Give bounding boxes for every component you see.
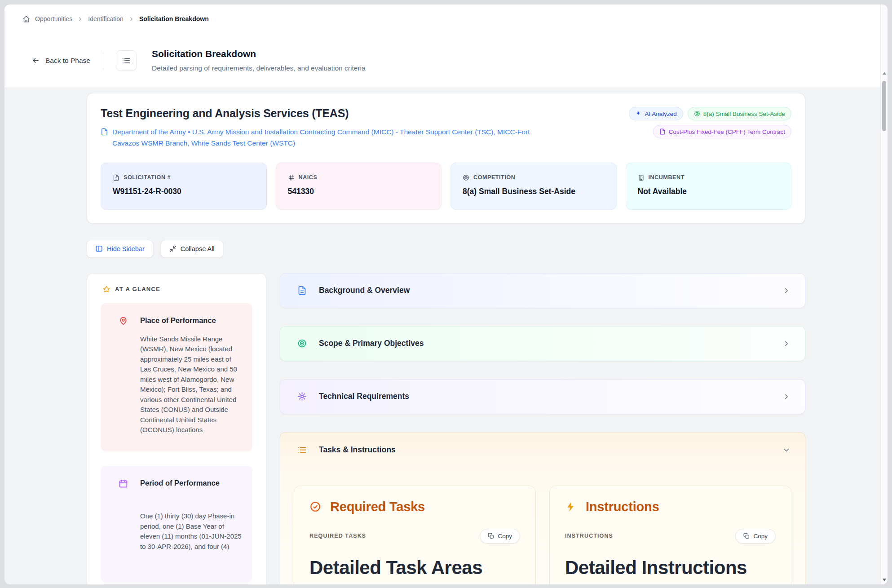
at-a-glance-header: AT A GLANCE xyxy=(101,285,252,303)
stat-naics: NAICS 541330 xyxy=(276,163,442,210)
required-tasks-label: REQUIRED TASKS xyxy=(309,533,366,539)
arrow-left-icon xyxy=(31,56,40,65)
hash-icon xyxy=(288,174,295,181)
collapse-icon xyxy=(169,245,177,252)
at-a-glance-label: AT A GLANCE xyxy=(115,286,160,292)
main-content: Test Engineering and Analysis Services (… xyxy=(4,88,888,584)
instructions-content-heading: Detailed Instructions xyxy=(565,557,776,579)
view-toolbar: Hide Sidebar Collapse All xyxy=(87,240,805,258)
target-icon xyxy=(297,339,307,348)
chevron-right-icon xyxy=(782,287,790,295)
copy-icon xyxy=(488,533,494,539)
solicitation-title: Test Engineering and Analysis Services (… xyxy=(101,107,554,120)
breadcrumb: Opportunities Identification Solicitatio… xyxy=(4,4,888,33)
badge-ai-analyzed: AI Analyzed xyxy=(629,107,683,120)
section-title: Tasks & Instructions xyxy=(319,445,396,455)
home-icon[interactable] xyxy=(22,15,30,23)
tasks-instructions-content: Required Tasks REQUIRED TASKS Copy xyxy=(280,468,805,584)
scrollbar-thumb[interactable] xyxy=(882,81,886,131)
page-subtitle: Detailed parsing of requirements, delive… xyxy=(152,64,366,72)
gear-icon xyxy=(297,392,307,401)
stat-value: 541330 xyxy=(288,187,430,196)
chevron-right-icon xyxy=(77,16,83,22)
list-icon xyxy=(297,445,307,455)
sparkles-icon xyxy=(635,111,641,117)
place-of-performance-card: Place of Performance White Sands Missile… xyxy=(101,303,252,451)
badge-set-aside: 8(a) Small Business Set-Aside xyxy=(688,107,791,120)
section-tasks-instructions-panel: Tasks & Instructions Required Tasks xyxy=(280,432,805,584)
scroll-down-arrow[interactable] xyxy=(881,579,888,581)
collapse-all-button[interactable]: Collapse All xyxy=(161,240,223,258)
required-tasks-heading: Required Tasks xyxy=(330,500,425,514)
divider xyxy=(103,51,103,70)
badge-contract-type: Cost-Plus Fixed-Fee (CPFF) Term Contract xyxy=(653,125,791,138)
stat-competition: COMPETITION 8(a) Small Business Set-Asid… xyxy=(450,163,617,210)
required-tasks-content-heading: Detailed Task Areas xyxy=(309,557,520,579)
card-title: Period of Performance xyxy=(140,478,243,506)
required-tasks-card: Required Tasks REQUIRED TASKS Copy xyxy=(294,486,536,584)
badge-group: AI Analyzed 8(a) Small Business Set-Asid… xyxy=(612,107,791,149)
chevron-right-icon xyxy=(782,393,790,401)
copy-icon xyxy=(743,533,750,539)
card-title: Place of Performance xyxy=(140,316,243,328)
building-icon xyxy=(638,174,645,181)
solicitation-overview-card: Test Engineering and Analysis Services (… xyxy=(87,93,805,224)
copy-instructions-button[interactable]: Copy xyxy=(735,529,776,544)
scrollbar[interactable] xyxy=(880,4,888,584)
section-tasks-instructions[interactable]: Tasks & Instructions xyxy=(280,433,805,468)
app-window: Opportunities Identification Solicitatio… xyxy=(4,4,888,584)
card-body: One (1) thirty (30) day Phase-in period,… xyxy=(140,511,243,569)
instructions-label: INSTRUCTIONS xyxy=(565,533,613,539)
outline-toggle-button[interactable] xyxy=(116,50,137,71)
section-scope-objectives[interactable]: Scope & Primary Objectives xyxy=(280,326,805,361)
hide-sidebar-button[interactable]: Hide Sidebar xyxy=(87,240,153,258)
chevron-right-icon xyxy=(782,340,790,348)
instructions-heading: Instructions xyxy=(586,500,659,514)
section-list: Background & Overview Scope & Primary Ob… xyxy=(280,273,805,584)
target-icon xyxy=(694,111,700,117)
stat-value: 8(a) Small Business Set-Aside xyxy=(463,187,605,196)
at-a-glance-panel: AT A GLANCE Place of Performance White S… xyxy=(87,273,266,584)
agency-text: Department of the Army • U.S. Army Missi… xyxy=(112,127,554,149)
calendar-icon xyxy=(119,478,128,506)
stat-value: W91151-24-R-0030 xyxy=(113,187,255,196)
back-to-phase-button[interactable]: Back to Phase xyxy=(31,56,90,65)
page-header: Back to Phase Solicitation Breakdown Det… xyxy=(4,33,888,88)
section-title: Scope & Primary Objectives xyxy=(319,339,424,348)
map-pin-icon xyxy=(119,316,128,328)
chevron-right-icon xyxy=(128,16,134,22)
stat-value: Not Available xyxy=(638,187,780,196)
stat-incumbent: INCUMBENT Not Available xyxy=(626,163,792,210)
breadcrumb-current: Solicitation Breakdown xyxy=(139,15,209,22)
star-icon xyxy=(102,285,110,293)
stat-solicitation-number: SOLICITATION # W91151-24-R-0030 xyxy=(101,163,267,210)
title-block: Solicitation Breakdown Detailed parsing … xyxy=(152,49,366,72)
breadcrumb-opportunities[interactable]: Opportunities xyxy=(35,15,72,22)
instructions-card: Instructions INSTRUCTIONS Copy xyxy=(549,486,791,584)
circle-check-icon xyxy=(309,501,321,513)
list-icon xyxy=(122,56,131,65)
page-title: Solicitation Breakdown xyxy=(152,49,366,59)
copy-required-tasks-button[interactable]: Copy xyxy=(480,529,520,544)
section-technical-requirements[interactable]: Technical Requirements xyxy=(280,379,805,414)
panel-left-icon xyxy=(95,245,103,252)
card-body: White Sands Missile Range (WSMR), New Me… xyxy=(140,334,243,438)
instructions-header: Instructions xyxy=(565,500,776,514)
period-of-performance-card: Period of Performance One (1) thirty (30… xyxy=(101,466,252,583)
agency-link[interactable]: Department of the Army • U.S. Army Missi… xyxy=(101,127,554,149)
section-title: Background & Overview xyxy=(319,286,410,295)
document-icon xyxy=(659,128,666,135)
back-to-phase-label: Back to Phase xyxy=(45,57,90,65)
zap-icon xyxy=(565,501,577,513)
stat-row: SOLICITATION # W91151-24-R-0030 NAICS 54… xyxy=(101,163,791,210)
chevron-down-icon xyxy=(782,446,790,454)
scroll-up-arrow[interactable] xyxy=(881,72,888,75)
file-text-icon xyxy=(297,286,307,295)
section-background-overview[interactable]: Background & Overview xyxy=(280,273,805,308)
breadcrumb-identification[interactable]: Identification xyxy=(88,15,124,22)
document-icon xyxy=(101,127,108,149)
required-tasks-header: Required Tasks xyxy=(309,500,520,514)
file-text-icon xyxy=(113,174,119,181)
section-title: Technical Requirements xyxy=(319,392,409,401)
target-icon xyxy=(463,174,469,181)
